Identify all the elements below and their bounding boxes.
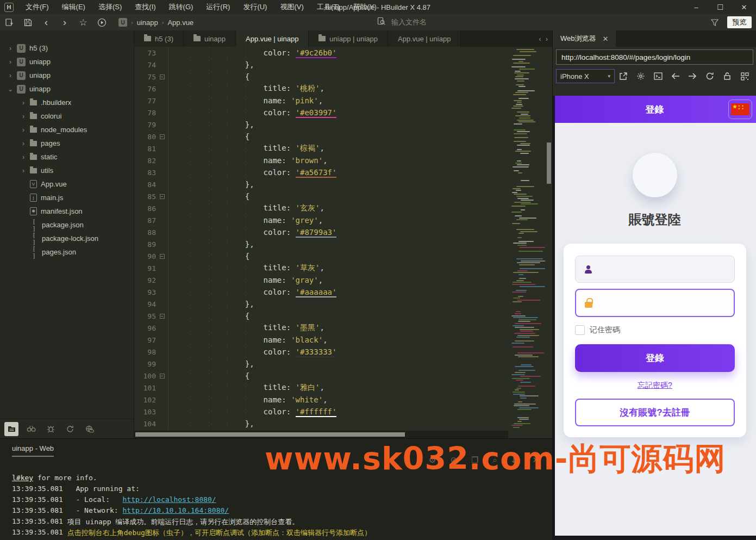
console-link[interactable]: l#key [12, 474, 33, 485]
horizontal-scroll-thumb[interactable] [135, 432, 405, 437]
code-line-86[interactable]: 86 title: '玄灰', [134, 202, 552, 214]
register-button[interactable]: 沒有賬號?去註冊 [575, 399, 735, 426]
console-tool-icon-0[interactable]: ⚙ [429, 455, 436, 465]
tree-item-node_modules[interactable]: ›node_modules [0, 123, 134, 136]
tree-item-static[interactable]: ›static [0, 150, 134, 164]
code-line-75[interactable]: 75– { [134, 71, 552, 83]
bookmark-star-button[interactable]: ☆ [74, 14, 92, 30]
tree-item-main.js[interactable]: jmain.js [0, 191, 134, 204]
console-tool-icon-3[interactable]: ⌕ [492, 455, 497, 465]
code-line-78[interactable]: 78 color: '#e03997' [134, 107, 552, 119]
code-line-82[interactable]: 82 name: 'brown', [134, 154, 552, 166]
menu-item-6[interactable]: 发行(U) [236, 0, 273, 14]
code-line-102[interactable]: 102 name: 'white', [134, 394, 552, 406]
lock-icon[interactable] [718, 72, 736, 80]
menu-item-7[interactable]: 视图(V) [273, 0, 310, 14]
console-tool-icon-5[interactable]: ✕ [532, 455, 539, 465]
device-selector[interactable]: iPhone X ▾ [556, 69, 615, 83]
code-line-80[interactable]: 80– { [134, 131, 552, 142]
search-panel-button[interactable] [24, 422, 38, 436]
tree-item-uniapp[interactable]: ›Uuniapp [0, 69, 134, 82]
breadcrumb-project[interactable]: uinapp [137, 18, 158, 27]
forgot-password-link[interactable]: 忘記密碼? [575, 381, 735, 390]
tree-item-pages.json[interactable]: [ ]pages.json [0, 245, 134, 259]
code-line-87[interactable]: 87 name: 'grey', [134, 214, 552, 226]
code-line-89[interactable]: 89 }, [134, 238, 552, 250]
editor-tab-1[interactable]: uinapp [184, 30, 236, 47]
code-line-100[interactable]: 100– { [134, 370, 552, 382]
browser-tab[interactable]: Web浏览器 ✕ [553, 30, 616, 47]
editor-tab-4[interactable]: App.vue | uniapp [388, 30, 461, 47]
run-button[interactable] [92, 14, 111, 30]
console-tool-icon-2[interactable]: ❒ [471, 455, 478, 465]
code-line-73[interactable]: 73 color: '#9c26b0' [134, 47, 552, 59]
editor-horizontal-scrollbar[interactable] [134, 431, 508, 438]
browser-tab-close-icon[interactable]: ✕ [603, 35, 609, 43]
code-line-91[interactable]: 91 title: '草灰', [134, 262, 552, 274]
new-file-button[interactable] [0, 14, 18, 30]
nav-forward-button[interactable]: › [55, 14, 74, 30]
code-line-74[interactable]: 74 }, [134, 59, 552, 71]
code-line-94[interactable]: 94 }, [134, 298, 552, 310]
code-line-90[interactable]: 90– { [134, 250, 552, 262]
code-line-85[interactable]: 85– { [134, 190, 552, 202]
login-button[interactable]: 登錄 [575, 344, 735, 372]
devtools-console-button[interactable] [649, 72, 667, 80]
remember-checkbox[interactable] [575, 325, 585, 335]
editor-tab-2[interactable]: App.vue | uinapp [236, 30, 309, 47]
code-line-76[interactable]: 76 title: '桃粉', [134, 83, 552, 95]
close-button[interactable]: ✕ [732, 0, 756, 14]
code-line-101[interactable]: 101 title: '雅白', [134, 382, 552, 394]
nav-back-button[interactable]: ‹ [37, 14, 55, 30]
filter-funnel-icon[interactable] [708, 16, 721, 29]
menu-item-3[interactable]: 查找(I) [128, 0, 162, 14]
code-line-79[interactable]: 79 }, [134, 119, 552, 131]
browser-back-button[interactable] [667, 72, 684, 80]
code-line-96[interactable]: 96 title: '墨黑', [134, 322, 552, 334]
code-line-99[interactable]: 99 }, [134, 358, 552, 370]
password-field[interactable] [575, 289, 735, 317]
editor-tab-0[interactable]: h5 (3) [134, 30, 184, 47]
code-line-97[interactable]: 97 name: 'black', [134, 334, 552, 346]
code-line-81[interactable]: 81 title: '棕褐', [134, 142, 552, 154]
code-area[interactable]: 73 color: '#9c26b0'74 },75– {76 title: '… [134, 47, 552, 431]
editor-vertical-scrollbar[interactable] [546, 47, 552, 431]
console-link[interactable]: http://localhost:8080/ [123, 495, 216, 506]
settings-gear-icon[interactable] [632, 72, 649, 80]
tree-item-uniapp[interactable]: ›Uuniapp [0, 55, 134, 69]
language-flag-button[interactable]: ★★ ★★ ★ [728, 100, 752, 119]
code-line-104[interactable]: 104 }, [134, 418, 552, 430]
tree-item-uinapp[interactable]: ⌄Uuinapp [0, 82, 134, 96]
debug-panel-button[interactable] [43, 422, 58, 436]
code-line-92[interactable]: 92 name: 'gray', [134, 274, 552, 286]
url-bar[interactable]: http://localhost:8080/#/pages/login/logi… [556, 49, 753, 65]
menu-item-2[interactable]: 选择(S) [92, 0, 128, 14]
tree-item-package.json[interactable]: [ ]package.json [0, 218, 134, 232]
save-button[interactable] [18, 14, 37, 30]
tree-item-h5 (3)[interactable]: ›Uh5 (3) [0, 41, 134, 55]
tab-prev-icon[interactable]: ‹ [539, 35, 541, 43]
browser-forward-button[interactable] [684, 72, 702, 80]
sync-refresh-button[interactable] [63, 422, 77, 436]
code-line-93[interactable]: 93 color: '#aaaaaa' [134, 286, 552, 298]
tree-item-package-lock.json[interactable]: [ ]package-lock.json [0, 232, 134, 245]
tree-item-pages[interactable]: ›pages [0, 136, 134, 150]
minimize-button[interactable]: – [684, 0, 708, 14]
refresh-button[interactable] [701, 72, 718, 80]
code-line-84[interactable]: 84 }, [134, 178, 552, 190]
qrcode-icon[interactable] [736, 72, 753, 80]
tree-item-manifest.json[interactable]: ✱manifest.json [0, 204, 134, 218]
code-line-77[interactable]: 77 name: 'pink', [134, 95, 552, 107]
file-search-input[interactable]: 输入文件名 [377, 14, 703, 30]
minimap[interactable] [508, 47, 545, 431]
menu-item-1[interactable]: 编辑(E) [55, 0, 92, 14]
console-link[interactable]: http://10.10.10.164:8080/ [123, 506, 229, 517]
menu-item-0[interactable]: 文件(F) [19, 0, 55, 14]
menu-item-4[interactable]: 跳转(G) [163, 0, 200, 14]
preview-button[interactable]: 预览 [727, 16, 752, 28]
breadcrumb-file[interactable]: App.vue [167, 18, 193, 27]
files-panel-button[interactable] [4, 422, 18, 436]
code-line-83[interactable]: 83 color: '#a5673f' [134, 166, 552, 178]
menu-item-5[interactable]: 运行(R) [199, 0, 236, 14]
console-tool-icon-4[interactable]: ⇵ [511, 455, 518, 465]
